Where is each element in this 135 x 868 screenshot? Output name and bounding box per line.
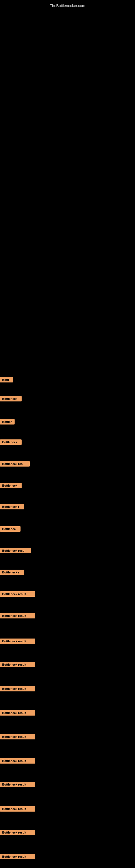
bottleneck-result-badge: Bottleneck — [0, 396, 21, 401]
bottleneck-result-badge: Bottleneck result — [0, 854, 35, 859]
bottleneck-result-badge: Bottleneck result — [0, 591, 35, 597]
bottleneck-result-badge: Bottleneck — [0, 439, 21, 445]
bottleneck-result-badge: Bottleneck resu — [0, 548, 31, 553]
bottleneck-result-badge: Bottl — [0, 377, 13, 382]
site-title: TheBottlenecker.com — [0, 1, 135, 10]
bottleneck-result-badge: Bottleneck result — [0, 782, 35, 787]
bottleneck-result-badge: Bottleneck result — [0, 613, 35, 618]
bottleneck-result-badge: Bottleneck result — [0, 806, 35, 812]
bottleneck-result-badge: Bottleneck result — [0, 686, 35, 691]
bottleneck-result-badge: Bottleneck r — [0, 504, 24, 509]
bottleneck-result-badge: Bottleneck result — [0, 710, 35, 716]
bottleneck-result-badge: Bottleneck result — [0, 662, 35, 667]
bottleneck-result-badge: Bottleneck result — [0, 830, 35, 835]
bottleneck-result-badge: Bottleneck result — [0, 734, 35, 739]
bottleneck-result-badge: Bottleneck r — [0, 569, 24, 575]
bottleneck-result-badge: Bottleneck result — [0, 758, 35, 764]
bottleneck-result-badge: Bottler — [0, 419, 14, 425]
bottleneck-result-badge: Bottlenec — [0, 526, 20, 532]
bottleneck-result-badge: Bottleneck result — [0, 639, 35, 644]
bottleneck-result-badge: Bottleneck res — [0, 461, 30, 467]
bottleneck-result-badge: Bottleneck — [0, 483, 21, 488]
